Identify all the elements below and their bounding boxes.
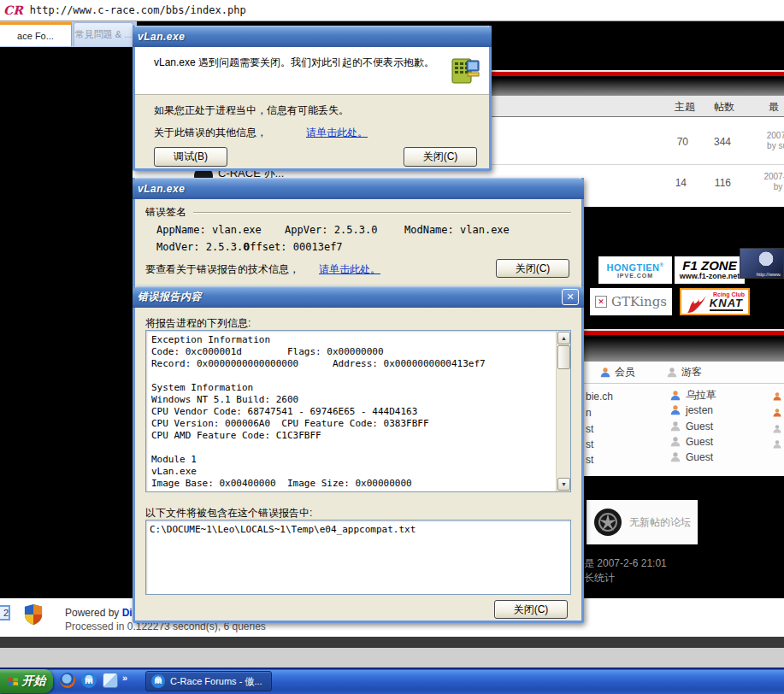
report-textarea[interactable]: Exception Information Code: 0xc000001d F…	[145, 330, 571, 492]
row1-posts: 344	[714, 136, 731, 148]
statusbar-gray	[0, 648, 784, 668]
dialog-titlebar[interactable]: 错误报告内容 ✕	[133, 286, 584, 308]
appname-value: AppName: vlan.exe	[156, 224, 262, 236]
crash-message-panel: vLan.exe 遇到问题需要关闭。我们对此引起的不便表示抱歉。	[135, 47, 489, 95]
scroll-down-icon[interactable]: ▼	[557, 478, 570, 491]
online-legend: 会员 游客	[584, 362, 784, 384]
member-icon	[772, 408, 782, 418]
maxthon-icon[interactable]: m	[81, 673, 97, 688]
close-button[interactable]: 关闭(C)	[404, 147, 477, 167]
guest-icon	[772, 439, 782, 450]
row2-posts: 116	[715, 177, 731, 189]
banner-knat[interactable]: Rcing Club KNAT	[680, 288, 750, 315]
stats-link-fragment[interactable]: 长统计	[584, 571, 615, 585]
col-lastpost: 最	[769, 100, 779, 115]
guest-icon	[669, 421, 681, 432]
tab-faq[interactable]: 常見問題 & ...	[74, 22, 133, 46]
user-fragment[interactable]: bie.ch	[586, 391, 613, 403]
banner-anime[interactable]: http://www.	[740, 248, 784, 279]
dialog-error-signature: vLan.exe 错误签名 AppName: vlan.exe AppVer: …	[133, 178, 584, 289]
username: Guest	[686, 436, 713, 448]
data-loss-warning: 如果您正处于进程当中，信息有可能丢失。	[154, 103, 349, 118]
maxthon-icon: m	[151, 674, 165, 688]
banner-f1zone[interactable]: F1 ZONE www.f1-zone.net	[675, 256, 745, 284]
dialog-title: 错误报告内容	[138, 290, 202, 304]
dialog-crash: vLan.exe vLan.exe 遇到问题需要关闭。我们对此引起的不便表示抱歉…	[133, 26, 492, 171]
tech-info-text: 要查看关于错误报告的技术信息，	[145, 262, 299, 277]
user-fragment[interactable]: st	[586, 454, 593, 466]
col-topics: 主题	[675, 100, 695, 115]
appver-value: AppVer: 2.5.3.0	[285, 224, 377, 236]
dialog-titlebar[interactable]: vLan.exe	[133, 178, 584, 199]
row2-last-by: by s	[774, 182, 784, 191]
task-button-crace[interactable]: m C-Race Forums - 傲...	[145, 671, 272, 691]
broken-image-icon: ✕	[595, 296, 607, 308]
firefox-icon[interactable]	[60, 673, 75, 688]
wheel-icon	[593, 508, 622, 537]
row1-last-by: by su	[767, 141, 784, 150]
quicklaunch-overflow-chevron[interactable]: »	[122, 673, 127, 683]
member-icon	[669, 404, 681, 416]
username: Guest	[686, 451, 713, 463]
member-icon	[772, 391, 782, 402]
username[interactable]: jesten	[686, 404, 713, 416]
close-icon[interactable]: ✕	[562, 289, 579, 305]
start-button[interactable]: 开始	[0, 669, 53, 693]
debug-button[interactable]: 调试(B)	[154, 147, 227, 167]
click-here-link[interactable]: 请单击此处。	[319, 262, 380, 277]
online-user-list: bie.ch n st st st 乌拉草 jesten Guest Guest…	[584, 384, 784, 476]
user-fragment[interactable]: n	[586, 407, 592, 419]
site-logo-icon: CR	[3, 3, 23, 17]
scroll-thumb[interactable]	[557, 345, 570, 369]
current-time-fragment: 是 2007-2-6 21:01	[584, 556, 667, 571]
close-button[interactable]: 关闭(C)	[494, 600, 568, 619]
crash-message: vLan.exe 遇到问题需要关闭。我们对此引起的不便表示抱歉。	[154, 55, 436, 71]
scrollbar[interactable]: ▲ ▼	[556, 331, 570, 491]
sidebar-badge[interactable]: 2	[0, 605, 10, 620]
row2-topics: 14	[675, 177, 687, 189]
tab-strip: ace Fo... 常見問題 & ...	[0, 21, 137, 47]
security-shield-icon	[24, 603, 43, 626]
included-files-label: 以下文件将被包含在这个错误报告中:	[145, 506, 312, 520]
dialog-titlebar[interactable]: vLan.exe	[133, 26, 492, 47]
address-bar[interactable]: CR http://www.c-race.com/bbs/index.php	[0, 0, 784, 21]
guest-icon	[669, 436, 681, 448]
row1-last-date: 2007	[767, 131, 784, 140]
report-text: Exception Information Code: 0xc000001d F…	[151, 334, 551, 490]
close-button[interactable]: 关闭(C)	[496, 259, 569, 278]
col-posts: 帖数	[714, 100, 734, 115]
banner-hongtien[interactable]: HONGTIEN® IPVE.COM	[598, 256, 672, 284]
guest-icon	[669, 451, 681, 463]
guest-icon	[772, 424, 782, 434]
url-text[interactable]: http://www.c-race.com/bbs/index.php	[30, 4, 246, 16]
statusbar-dark	[0, 637, 784, 648]
member-icon	[599, 367, 611, 379]
dialog-title: vLan.exe	[138, 183, 185, 195]
username: Guest	[686, 421, 713, 432]
modver-value: ModVer: 2.5.3.0	[156, 241, 249, 253]
error-signature-group: 错误签名	[145, 205, 571, 220]
file-path: C:\DOCUME~1\Leo\LOCALS~1\Temp\e04_appcom…	[150, 524, 570, 535]
report-info-label: 将报告进程的下列信息:	[145, 316, 251, 331]
click-here-link[interactable]: 请单击此处。	[306, 126, 409, 140]
dialog-error-report-contents: 错误报告内容 ✕ 将报告进程的下列信息: Exception Informati…	[133, 286, 584, 623]
flame-icon	[684, 292, 710, 315]
no-new-posts-label: 无新帖的论坛	[629, 515, 691, 530]
dialog-title: vLan.exe	[138, 31, 185, 43]
tab-crace-forums[interactable]: ace Fo...	[0, 22, 72, 46]
guest-icon	[666, 367, 678, 379]
error-report-icon	[450, 56, 480, 86]
member-icon	[669, 390, 681, 402]
banner-gtkings[interactable]: ✕ GTKings	[590, 288, 672, 315]
file-list-box[interactable]: C:\DOCUME~1\Leo\LOCALS~1\Temp\e04_appcom…	[145, 520, 571, 595]
forum-status-legend: 无新帖的论坛	[587, 500, 698, 544]
quicklaunch-icon[interactable]	[103, 673, 118, 688]
windows-flag-icon	[8, 676, 19, 687]
username[interactable]: 乌拉草	[686, 388, 716, 403]
user-fragment[interactable]: st	[586, 423, 593, 435]
row2-last-date: 2007-	[763, 172, 784, 181]
scroll-up-icon[interactable]: ▲	[557, 332, 570, 344]
more-info-row: 关于此错误的其他信息， 请单击此处。	[154, 126, 267, 140]
user-fragment[interactable]: st	[586, 438, 593, 450]
taskbar: 开始 m » m C-Race Forums - 傲...	[0, 668, 784, 694]
